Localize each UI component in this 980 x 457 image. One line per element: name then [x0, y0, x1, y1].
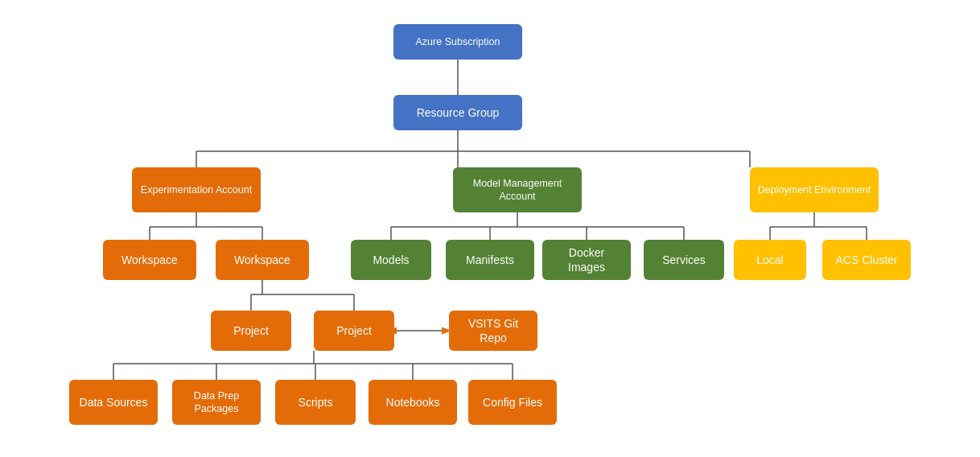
vsits-git-repo-node: VSITS Git Repo — [449, 311, 537, 351]
local-node: Local — [734, 240, 806, 280]
diagram: Azure SubscriptionResource GroupExperime… — [0, 0, 980, 457]
data-prep-packages-label: Data Prep Packages — [179, 389, 254, 416]
project1-node: Project — [211, 311, 291, 351]
workspace1-node: Workspace — [103, 240, 196, 280]
acs-cluster-label: ACS Cluster — [835, 253, 897, 267]
workspace2-node: Workspace — [216, 240, 309, 280]
scripts-label: Scripts — [299, 395, 333, 410]
experimentation-account-node: Experimentation Account — [132, 167, 261, 212]
notebooks-node: Notebooks — [369, 380, 457, 425]
scripts-node: Scripts — [275, 380, 356, 425]
workspace1-label: Workspace — [121, 253, 178, 267]
model-management-account-node: Model Management Account — [453, 167, 582, 212]
services-node: Services — [644, 240, 724, 280]
model-management-account-label: Model Management Account — [459, 177, 575, 204]
manifests-label: Manifests — [466, 253, 514, 267]
vsits-git-repo-label: VSITS Git Repo — [455, 316, 531, 345]
deployment-environment-label: Deployment Environment — [758, 183, 871, 196]
acs-cluster-node: ACS Cluster — [822, 240, 911, 280]
docker-images-label: Docker Images — [549, 245, 624, 274]
azure-subscription-label: Azure Subscription — [416, 35, 500, 48]
services-label: Services — [662, 253, 706, 267]
config-files-label: Config Files — [483, 395, 542, 410]
data-prep-packages-node: Data Prep Packages — [172, 380, 261, 425]
manifests-node: Manifests — [446, 240, 534, 280]
data-sources-label: Data Sources — [80, 395, 148, 410]
notebooks-label: Notebooks — [386, 395, 440, 410]
experimentation-account-label: Experimentation Account — [141, 183, 252, 196]
project1-label: Project — [233, 323, 269, 338]
resource-group-node: Resource Group — [393, 95, 522, 130]
models-node: Models — [351, 240, 431, 280]
models-label: Models — [373, 253, 409, 267]
deployment-environment-node: Deployment Environment — [750, 167, 879, 212]
project2-node: Project — [314, 311, 394, 351]
docker-images-node: Docker Images — [542, 240, 631, 280]
project2-label: Project — [336, 323, 372, 338]
local-label: Local — [756, 253, 783, 267]
workspace2-label: Workspace — [234, 253, 290, 267]
resource-group-label: Resource Group — [417, 105, 500, 120]
azure-subscription-node: Azure Subscription — [393, 24, 522, 60]
data-sources-node: Data Sources — [69, 380, 158, 425]
config-files-node: Config Files — [468, 380, 557, 425]
